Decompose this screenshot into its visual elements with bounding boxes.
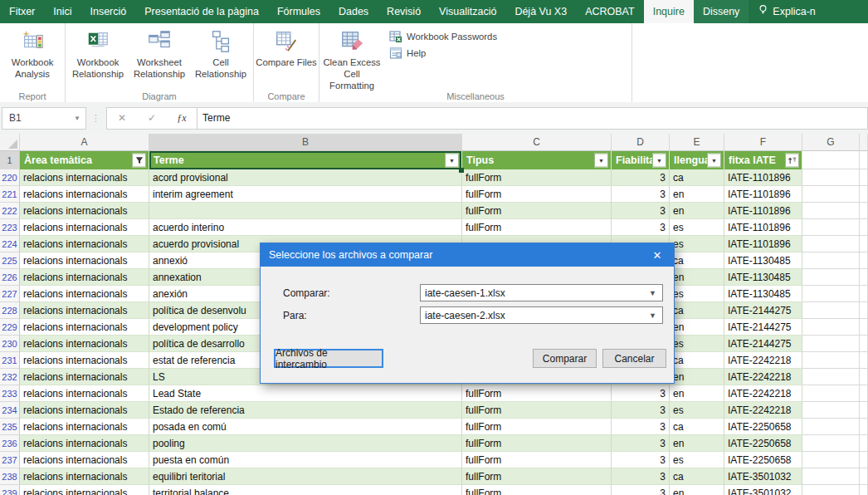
cell-relationship-button[interactable]: Cell Relationship xyxy=(190,25,251,80)
cell[interactable]: relacions internacionals xyxy=(20,352,149,369)
workbook-analysis-button[interactable]: Workbook Analysis xyxy=(2,25,63,80)
empty-cell[interactable] xyxy=(802,203,860,219)
cell[interactable]: 3 xyxy=(612,186,670,203)
cell[interactable]: acuerdo interino xyxy=(149,219,462,236)
cell[interactable]: IATE-1101896 xyxy=(724,186,802,203)
cell[interactable]: en xyxy=(670,319,724,336)
cell[interactable]: es xyxy=(670,452,724,468)
cell[interactable]: relacions internacionals xyxy=(20,385,149,402)
column-header-a[interactable]: A xyxy=(20,134,149,151)
cell[interactable]: fullForm xyxy=(462,485,612,495)
table-header-area[interactable]: Àrea temàtica xyxy=(20,151,149,169)
cell[interactable]: IATE-2144275 xyxy=(724,319,802,336)
row-header-232[interactable]: 232 xyxy=(0,369,20,385)
cell[interactable]: ca xyxy=(670,352,724,369)
row-header-227[interactable]: 227 xyxy=(0,286,20,302)
row-header-238[interactable]: 238 xyxy=(0,468,20,485)
empty-cell[interactable] xyxy=(802,419,860,435)
cell[interactable]: IATE-1101896 xyxy=(724,219,802,236)
row-header-231[interactable]: 231 xyxy=(0,352,20,369)
column-header-c[interactable]: C xyxy=(462,134,612,151)
cell[interactable]: en xyxy=(670,186,724,203)
cell[interactable]: interim agreement xyxy=(149,186,462,203)
row-header-234[interactable]: 234 xyxy=(0,402,20,419)
cell[interactable]: 3 xyxy=(612,485,670,495)
empty-cell[interactable] xyxy=(802,319,860,336)
help-button[interactable]: Help xyxy=(389,47,497,60)
cell[interactable]: 3 xyxy=(612,419,670,435)
cell[interactable]: fullForm xyxy=(462,385,612,402)
empty-cell[interactable] xyxy=(860,369,868,385)
empty-cell[interactable] xyxy=(860,452,868,468)
empty-cell[interactable] xyxy=(802,286,860,302)
row-header-235[interactable]: 235 xyxy=(0,419,20,435)
close-icon[interactable]: ✕ xyxy=(641,243,674,267)
cell[interactable]: 3 xyxy=(612,203,670,219)
cell[interactable]: ca xyxy=(670,169,724,186)
cell[interactable]: IATE-2250658 xyxy=(724,419,802,435)
compare-button[interactable]: Comparar xyxy=(533,349,597,368)
name-box-dropdown-icon[interactable]: ▼ xyxy=(74,115,85,122)
compare-file-select[interactable]: iate-caesen-1.xlsx ▼ xyxy=(420,284,663,301)
tab-acrobat[interactable]: ACROBAT xyxy=(576,0,644,23)
table-header-fiabilitat[interactable]: Fiabilitat▼ xyxy=(612,151,670,169)
sort-filter-icon[interactable] xyxy=(785,154,799,168)
cell[interactable]: posada en comú xyxy=(149,419,462,435)
column-header-b[interactable]: B xyxy=(149,134,462,151)
empty-cell[interactable] xyxy=(802,269,860,286)
empty-cell[interactable] xyxy=(860,468,868,485)
select-all-corner[interactable] xyxy=(0,134,20,151)
to-file-select[interactable]: iate-caesen-2.xlsx ▼ xyxy=(420,306,663,324)
dialog-title-bar[interactable]: Seleccione los archivos a comparar ✕ xyxy=(261,243,674,267)
tab-fitxer[interactable]: Fitxer xyxy=(0,0,44,23)
dropdown-icon[interactable]: ▼ xyxy=(594,154,608,168)
empty-cell[interactable] xyxy=(802,336,860,352)
clean-excess-cell-formatting-button[interactable]: Clean Excess Cell Formatting xyxy=(321,25,383,91)
empty-cell[interactable] xyxy=(802,452,860,468)
cell[interactable]: fullForm xyxy=(462,452,612,468)
cell[interactable]: 3 xyxy=(612,385,670,402)
cell[interactable]: ca xyxy=(670,468,724,485)
name-box[interactable]: B1 ▼ xyxy=(2,107,86,130)
cell[interactable]: relacions internacionals xyxy=(20,485,149,495)
cell[interactable]: IATE-2242218 xyxy=(724,385,802,402)
cell[interactable]: relacions internacionals xyxy=(20,269,149,286)
cell[interactable]: IATE-1101896 xyxy=(724,169,802,186)
cell[interactable]: es xyxy=(670,402,724,419)
cell[interactable]: IATE-1130485 xyxy=(724,269,802,286)
cell[interactable]: relacions internacionals xyxy=(20,236,149,252)
empty-cell[interactable] xyxy=(802,219,860,236)
column-header-partial[interactable] xyxy=(860,134,868,151)
row-header-237[interactable]: 237 xyxy=(0,452,20,468)
cell[interactable]: relacions internacionals xyxy=(20,319,149,336)
row-header-239[interactable]: 239 xyxy=(0,485,20,495)
empty-cell[interactable] xyxy=(802,385,860,402)
cell[interactable]: en xyxy=(670,385,724,402)
cell[interactable]: en xyxy=(670,203,724,219)
cell[interactable]: IATE-2250658 xyxy=(724,435,802,452)
cell[interactable]: relacions internacionals xyxy=(20,419,149,435)
empty-cell[interactable] xyxy=(860,252,868,269)
cell[interactable]: 3 xyxy=(612,169,670,186)
cell[interactable]: IATE-2144275 xyxy=(724,302,802,319)
cell[interactable]: IATE-2144275 xyxy=(724,336,802,352)
table-header-tipus[interactable]: Tipus▼ xyxy=(462,151,612,169)
empty-cell[interactable] xyxy=(802,435,860,452)
table-header-llengua[interactable]: llengua▼ xyxy=(670,151,724,169)
dropdown-icon[interactable]: ▼ xyxy=(707,154,721,168)
exchange-files-button[interactable]: Archivos de intercambio xyxy=(274,349,383,368)
row-header-224[interactable]: 224 xyxy=(0,236,20,252)
empty-cell[interactable] xyxy=(860,352,868,369)
cell[interactable]: 3 xyxy=(612,452,670,468)
workbook-relationship-button[interactable]: Workbook Relationship xyxy=(67,25,129,80)
cell[interactable]: relacions internacionals xyxy=(20,452,149,468)
cell[interactable]: IATE-3501032 xyxy=(724,485,802,495)
empty-cell[interactable] xyxy=(860,203,868,219)
formula-input[interactable]: Terme xyxy=(197,107,868,130)
column-header-g[interactable]: G xyxy=(802,134,860,151)
cell[interactable]: puesta en común xyxy=(149,452,462,468)
cell[interactable]: relacions internacionals xyxy=(20,468,149,485)
cell[interactable]: IATE-2242218 xyxy=(724,352,802,369)
cell[interactable]: en xyxy=(670,269,724,286)
empty-cell[interactable] xyxy=(802,468,860,485)
